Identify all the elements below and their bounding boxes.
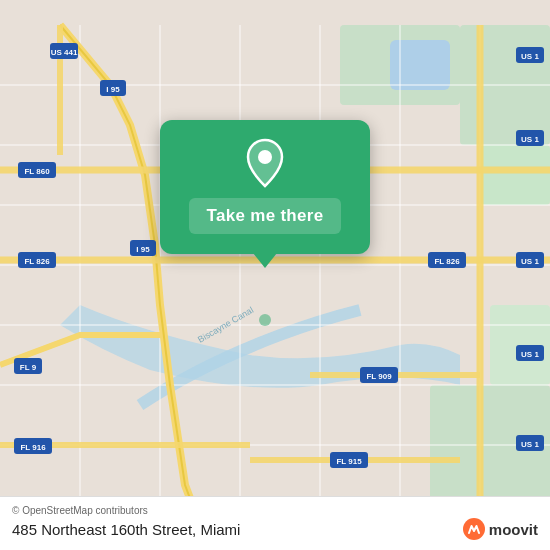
map-attribution: © OpenStreetMap contributors	[12, 505, 538, 516]
svg-text:US 1: US 1	[521, 350, 539, 359]
map-svg: US 441 I 95 I 95 FL 860 FL 860 US 1 US 1…	[0, 0, 550, 550]
svg-text:FL 916: FL 916	[20, 443, 46, 452]
svg-text:FL 909: FL 909	[366, 372, 392, 381]
address-line: 485 Northeast 160th Street, Miami moovit	[12, 518, 538, 540]
svg-text:US 1: US 1	[521, 52, 539, 61]
address-text: 485 Northeast 160th Street, Miami	[12, 521, 240, 538]
svg-text:US 1: US 1	[521, 440, 539, 449]
svg-text:US 1: US 1	[521, 257, 539, 266]
svg-text:US 1: US 1	[521, 135, 539, 144]
location-pin-icon	[240, 138, 290, 188]
popup-card: Take me there	[160, 120, 370, 254]
moovit-brand-name: moovit	[489, 521, 538, 538]
svg-text:FL 915: FL 915	[336, 457, 362, 466]
moovit-icon	[463, 518, 485, 540]
bottom-bar: © OpenStreetMap contributors 485 Northea…	[0, 496, 550, 550]
moovit-logo: moovit	[463, 518, 538, 540]
svg-point-60	[259, 314, 271, 326]
svg-text:FL 826: FL 826	[434, 257, 460, 266]
svg-text:FL 9: FL 9	[20, 363, 37, 372]
svg-point-61	[258, 150, 272, 164]
svg-text:FL 826: FL 826	[24, 257, 50, 266]
take-me-there-button[interactable]: Take me there	[189, 198, 342, 234]
svg-rect-3	[480, 145, 550, 205]
svg-text:US 441: US 441	[51, 48, 78, 57]
map-container: US 441 I 95 I 95 FL 860 FL 860 US 1 US 1…	[0, 0, 550, 550]
svg-text:FL 860: FL 860	[24, 167, 50, 176]
svg-text:I 95: I 95	[106, 85, 120, 94]
svg-text:I 95: I 95	[136, 245, 150, 254]
svg-rect-4	[390, 40, 450, 90]
